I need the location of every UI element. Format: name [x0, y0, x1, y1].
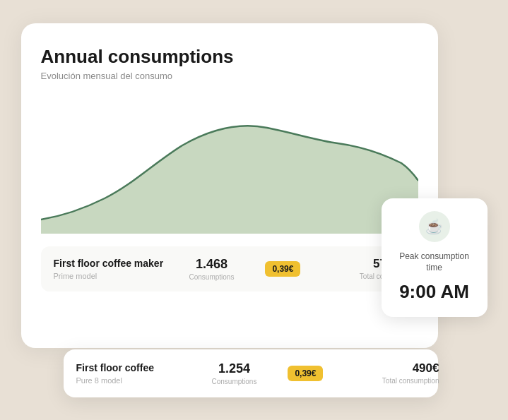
- row1-subtitle: Prime model: [54, 272, 167, 280]
- row1-name: First floor coffee maker Prime model: [54, 257, 167, 280]
- chart-fill: [41, 126, 418, 234]
- row2-total: 490€ Total consumption: [354, 361, 439, 385]
- chart-area: [41, 92, 418, 234]
- peak-time: 9:00 AM: [393, 281, 476, 303]
- row1-badge: 0,39€: [265, 261, 300, 277]
- second-row-card: First floor coffee Pure 8 model 1.254 Co…: [64, 349, 438, 397]
- coffee-icon: ☕: [419, 211, 450, 242]
- row2-subtitle: Pure 8 model: [76, 376, 189, 385]
- main-card: Annual consumptions Evolución mensual de…: [21, 23, 438, 348]
- row2-total-value: 490€: [354, 361, 439, 376]
- row2-total-label: Total consumption: [354, 377, 439, 385]
- data-rows: First floor coffee maker Prime model 1.4…: [41, 246, 418, 292]
- row2-title: First floor coffee: [76, 361, 189, 374]
- table-row: First floor coffee maker Prime model 1.4…: [41, 246, 418, 292]
- row2-name: First floor coffee Pure 8 model: [76, 361, 189, 384]
- row2-consumptions-value: 1.254: [218, 361, 250, 376]
- consumption-chart: [41, 92, 418, 234]
- peak-card: ☕ Peak consumption time 9:00 AM: [382, 198, 488, 318]
- row2-badge: 0,39€: [288, 366, 323, 381]
- peak-label: Peak consumption time: [393, 251, 476, 275]
- main-card-title: Annual consumptions: [41, 46, 418, 68]
- row1-consumptions-value: 1.468: [196, 257, 228, 272]
- row2-consumptions-label: Consumptions: [212, 378, 257, 385]
- row1-consumptions-label: Consumptions: [189, 273, 235, 281]
- main-card-subtitle: Evolución mensual del consumo: [41, 71, 418, 81]
- row1-title: First floor coffee maker: [54, 257, 167, 270]
- row1-consumptions: 1.468 Consumptions: [189, 257, 235, 281]
- row2-consumptions: 1.254 Consumptions: [212, 361, 257, 385]
